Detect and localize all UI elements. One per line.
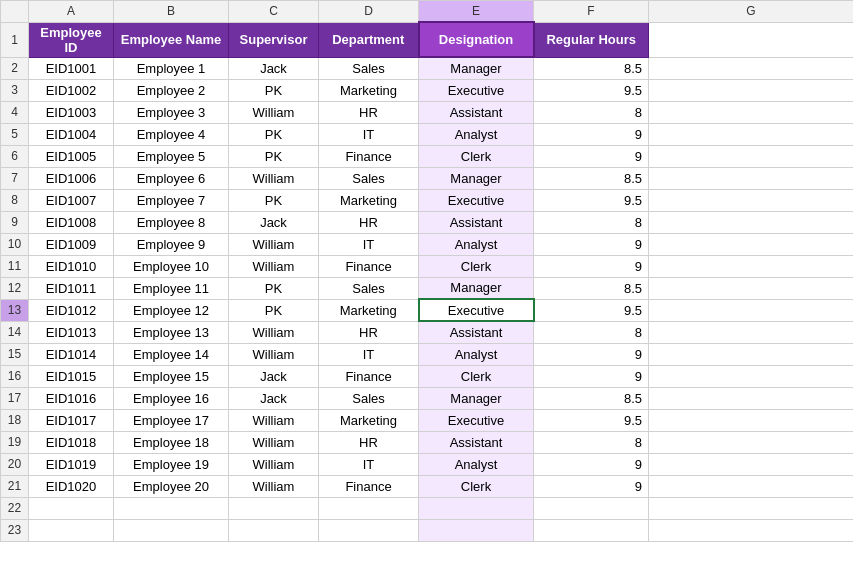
row-num-19: 19 [1,431,29,453]
cell-designation[interactable]: Analyst [419,453,534,475]
cell-supervisor: Jack [229,211,319,233]
header-designation[interactable]: Designation [419,22,534,57]
cell-empty-g [649,233,854,255]
cell-supervisor: William [229,233,319,255]
cell-id: EID1006 [29,167,114,189]
table-row: 17EID1016Employee 16JackSalesManager8.5 [1,387,854,409]
cell-id: EID1002 [29,79,114,101]
cell-designation[interactable]: Analyst [419,343,534,365]
cell-department: HR [319,321,419,343]
cell-designation[interactable]: Assistant [419,431,534,453]
cell-id: EID1008 [29,211,114,233]
cell-hours: 8.5 [534,387,649,409]
cell-designation[interactable]: Clerk [419,475,534,497]
col-header-a[interactable]: A [29,1,114,23]
col-header-e[interactable]: E [419,1,534,23]
cell-name: Employee 19 [114,453,229,475]
cell-empty-g [649,321,854,343]
col-header-f[interactable]: F [534,1,649,23]
cell-designation[interactable]: Assistant [419,101,534,123]
cell-designation[interactable]: Manager [419,57,534,79]
cell-empty-g [649,101,854,123]
table-row: 9EID1008Employee 8JackHRAssistant8 [1,211,854,233]
cell-designation[interactable]: Manager [419,387,534,409]
cell-designation[interactable]: Clerk [419,365,534,387]
table-row: 12EID1011Employee 11PKSalesManager8.5 [1,277,854,299]
cell-department: Finance [319,365,419,387]
cell-empty-g [649,387,854,409]
cell-id: EID1014 [29,343,114,365]
cell-designation[interactable]: Analyst [419,233,534,255]
cell-id: EID1016 [29,387,114,409]
table-row: 6EID1005Employee 5PKFinanceClerk9 [1,145,854,167]
cell-supervisor: PK [229,145,319,167]
cell-hours: 9 [534,343,649,365]
row-num-1: 1 [1,22,29,57]
cell-designation[interactable]: Executive [419,299,534,321]
cell-empty [534,497,649,519]
cell-id: EID1011 [29,277,114,299]
cell-designation[interactable]: Clerk [419,145,534,167]
col-header-row: A B C D E F G [1,1,854,23]
cell-empty-g [649,277,854,299]
cell-designation[interactable]: Clerk [419,255,534,277]
corner-cell [1,1,29,23]
header-employee-name[interactable]: Employee Name [114,22,229,57]
cell-name: Employee 5 [114,145,229,167]
cell-hours: 9 [534,365,649,387]
cell-designation[interactable]: Executive [419,409,534,431]
row-num-15: 15 [1,343,29,365]
cell-name: Employee 13 [114,321,229,343]
cell-hours: 9.5 [534,79,649,101]
cell-department: Marketing [319,79,419,101]
cell-name: Employee 2 [114,79,229,101]
cell-empty-g [649,365,854,387]
row-num-20: 20 [1,453,29,475]
header-employee-id[interactable]: Employee ID [29,22,114,57]
cell-id: EID1001 [29,57,114,79]
cell-supervisor: Jack [229,365,319,387]
header-supervisor[interactable]: Supervisor [229,22,319,57]
cell-hours: 9 [534,123,649,145]
row-num-12: 12 [1,277,29,299]
cell-hours: 9.5 [534,299,649,321]
cell-hours: 9 [534,233,649,255]
col-header-d[interactable]: D [319,1,419,23]
col-header-g[interactable]: G [649,1,854,23]
cell-name: Employee 15 [114,365,229,387]
cell-designation[interactable]: Assistant [419,211,534,233]
cell-supervisor: PK [229,299,319,321]
cell-department: Finance [319,145,419,167]
row-num-17: 17 [1,387,29,409]
cell-supervisor: William [229,255,319,277]
cell-designation[interactable]: Executive [419,79,534,101]
cell-name: Employee 10 [114,255,229,277]
row-num-22: 22 [1,497,29,519]
cell-name: Employee 1 [114,57,229,79]
table-row: 14EID1013Employee 13WilliamHRAssistant8 [1,321,854,343]
row-num-8: 8 [1,189,29,211]
row-num-4: 4 [1,101,29,123]
row-num-13: 13 [1,299,29,321]
cell-designation[interactable]: Manager [419,167,534,189]
cell-empty-g [649,57,854,79]
table-row: 16EID1015Employee 15JackFinanceClerk9 [1,365,854,387]
cell-empty-g [649,211,854,233]
cell-designation[interactable]: Manager [419,277,534,299]
col-header-b[interactable]: B [114,1,229,23]
cell-department: Marketing [319,189,419,211]
cell-designation[interactable]: Assistant [419,321,534,343]
cell-id: EID1004 [29,123,114,145]
cell-hours: 8.5 [534,277,649,299]
empty-row: 23 [1,519,854,541]
header-department[interactable]: Department [319,22,419,57]
table-row: 7EID1006Employee 6WilliamSalesManager8.5 [1,167,854,189]
sheet-table: A B C D E F G 1 Employee ID Employee Nam… [0,0,853,542]
table-row: 4EID1003Employee 3WilliamHRAssistant8 [1,101,854,123]
cell-designation[interactable]: Executive [419,189,534,211]
header-regular-hours[interactable]: Regular Hours [534,22,649,57]
col-header-c[interactable]: C [229,1,319,23]
cell-name: Employee 18 [114,431,229,453]
cell-designation[interactable]: Analyst [419,123,534,145]
cell-id: EID1010 [29,255,114,277]
